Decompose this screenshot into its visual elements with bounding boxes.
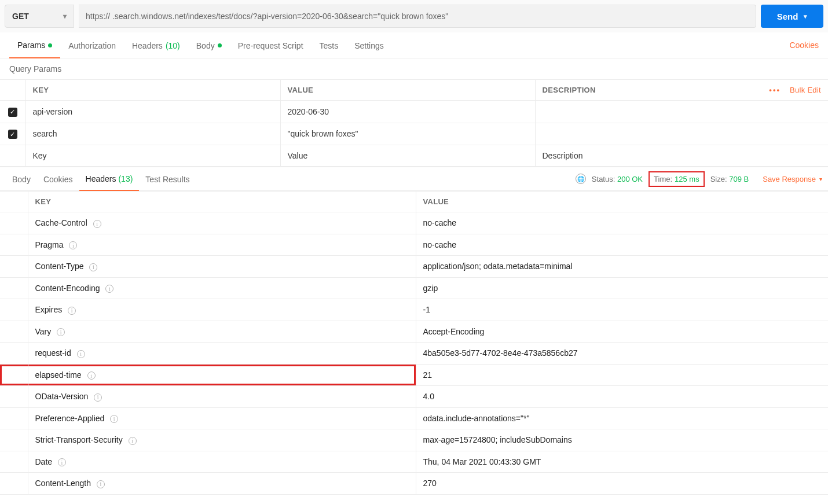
tab-body[interactable]: Body bbox=[188, 33, 230, 58]
info-icon[interactable]: i bbox=[110, 415, 118, 423]
info-icon[interactable]: i bbox=[93, 220, 101, 228]
save-response-button[interactable]: Save Response ▾ bbox=[763, 175, 822, 183]
tab-authorization[interactable]: Authorization bbox=[60, 33, 124, 58]
resp-tab-test-results[interactable]: Test Results bbox=[139, 168, 196, 190]
resp-tab-body-label: Body bbox=[12, 175, 31, 184]
table-row: Expires i-1 bbox=[0, 299, 828, 321]
param-value[interactable]: "quick brown foxes" bbox=[280, 123, 535, 145]
param-value[interactable]: 2020-06-30 bbox=[280, 101, 535, 123]
tab-authorization-label: Authorization bbox=[68, 41, 116, 50]
param-key[interactable]: api-version bbox=[25, 101, 280, 123]
status-group: Status: 200 OK bbox=[592, 175, 643, 183]
cookies-link-label: Cookies bbox=[789, 41, 819, 50]
send-button[interactable]: Send ▾ bbox=[761, 5, 823, 28]
response-meta: 🌐 Status: 200 OK Time: 125 ms Size: 709 … bbox=[576, 171, 822, 187]
param-desc[interactable] bbox=[535, 101, 828, 123]
time-label: Time: bbox=[654, 175, 672, 183]
param-desc-input[interactable]: Description bbox=[535, 145, 828, 167]
http-method-select[interactable]: GET ▾ bbox=[5, 5, 74, 28]
info-icon[interactable]: i bbox=[97, 480, 105, 488]
table-row: Content-Encoding igzip bbox=[0, 277, 828, 299]
tab-tests[interactable]: Tests bbox=[312, 33, 347, 58]
param-value-input[interactable]: Value bbox=[280, 145, 535, 167]
tab-headers[interactable]: Headers (10) bbox=[124, 33, 188, 58]
col-blank-header bbox=[0, 192, 28, 212]
send-button-label: Send bbox=[777, 12, 798, 21]
row-gutter bbox=[0, 429, 28, 451]
info-icon[interactable]: i bbox=[129, 437, 137, 445]
size-group: Size: 709 B bbox=[710, 175, 749, 183]
info-icon[interactable]: i bbox=[89, 263, 97, 271]
resp-tab-test-results-label: Test Results bbox=[145, 175, 189, 184]
col-key-header: KEY bbox=[25, 80, 280, 101]
header-key: Content-Type i bbox=[28, 256, 416, 278]
table-row: Strict-Transport-Security imax-age=15724… bbox=[0, 429, 828, 451]
response-tabs: Body Cookies Headers (13) Test Results 🌐… bbox=[0, 167, 828, 191]
info-icon[interactable]: i bbox=[87, 371, 96, 380]
status-value: 200 OK bbox=[617, 175, 643, 183]
row-gutter bbox=[0, 234, 28, 256]
resp-tab-body[interactable]: Body bbox=[6, 168, 37, 190]
info-icon[interactable]: i bbox=[58, 458, 66, 466]
header-value: 21 bbox=[416, 364, 828, 386]
tab-settings[interactable]: Settings bbox=[346, 33, 392, 58]
tab-params[interactable]: Params bbox=[9, 32, 60, 58]
row-gutter bbox=[0, 451, 28, 473]
info-icon[interactable]: i bbox=[57, 328, 65, 336]
query-params-table: KEY VALUE DESCRIPTION ••• Bulk Edit ✓api… bbox=[0, 79, 828, 167]
table-row-new: KeyValueDescription bbox=[0, 145, 828, 167]
table-row: ✓search"quick brown foxes" bbox=[0, 123, 828, 145]
resp-tab-cookies[interactable]: Cookies bbox=[37, 168, 79, 190]
request-tabs: Params Authorization Headers (10) Body P… bbox=[0, 32, 828, 58]
table-row: Cache-Control ino-cache bbox=[0, 212, 828, 234]
table-row: Preference-Applied iodata.include-annota… bbox=[0, 407, 828, 429]
row-gutter bbox=[0, 407, 28, 429]
url-input[interactable]: https:// .search.windows.net/indexes/tes… bbox=[79, 5, 756, 28]
param-desc[interactable] bbox=[535, 123, 828, 145]
header-value: max-age=15724800; includeSubDomains bbox=[416, 429, 828, 451]
response-headers-table: KEY VALUE Cache-Control ino-cachePragma … bbox=[0, 191, 828, 495]
tab-prerequest-label: Pre-request Script bbox=[238, 41, 303, 50]
http-method-label: GET bbox=[12, 12, 29, 21]
info-icon[interactable]: i bbox=[105, 285, 113, 293]
more-options-icon[interactable]: ••• bbox=[765, 86, 784, 94]
header-value: no-cache bbox=[416, 212, 828, 234]
tab-prerequest[interactable]: Pre-request Script bbox=[230, 33, 312, 58]
info-icon[interactable]: i bbox=[68, 307, 76, 315]
query-params-title: Query Params bbox=[0, 58, 828, 79]
cookies-link[interactable]: Cookies bbox=[789, 32, 819, 58]
header-value: application/json; odata.metadata=minimal bbox=[416, 256, 828, 278]
url-text: https:// .search.windows.net/indexes/tes… bbox=[86, 12, 448, 21]
table-row: elapsed-time i21 bbox=[0, 364, 828, 386]
checkbox[interactable]: ✓ bbox=[8, 130, 17, 139]
header-value: 4ba505e3-5d77-4702-8e4e-473a5856cb27 bbox=[416, 343, 828, 365]
header-key: Preference-Applied i bbox=[28, 407, 416, 429]
checkbox[interactable]: ✓ bbox=[8, 108, 17, 117]
save-response-label: Save Response bbox=[763, 175, 816, 183]
param-key[interactable]: search bbox=[25, 123, 280, 145]
modified-dot-icon bbox=[48, 43, 52, 47]
row-gutter bbox=[0, 256, 28, 278]
info-icon[interactable]: i bbox=[69, 241, 77, 249]
header-value: gzip bbox=[416, 277, 828, 299]
row-gutter bbox=[0, 386, 28, 408]
info-icon[interactable]: i bbox=[94, 393, 102, 402]
row-gutter bbox=[0, 277, 28, 299]
param-key-input[interactable]: Key bbox=[25, 145, 280, 167]
tab-settings-label: Settings bbox=[354, 41, 384, 50]
header-key: elapsed-time i bbox=[28, 364, 416, 386]
resp-tab-headers-label: Headers bbox=[86, 174, 116, 183]
globe-icon[interactable]: 🌐 bbox=[576, 174, 586, 184]
tab-body-label: Body bbox=[196, 41, 215, 50]
chevron-down-icon[interactable]: ▾ bbox=[804, 13, 807, 20]
header-key: OData-Version i bbox=[28, 386, 416, 408]
header-key: Content-Encoding i bbox=[28, 277, 416, 299]
header-key: Content-Length i bbox=[28, 473, 416, 495]
header-key: Cache-Control i bbox=[28, 212, 416, 234]
resp-tab-headers[interactable]: Headers (13) bbox=[79, 167, 140, 191]
header-value: 4.0 bbox=[416, 386, 828, 408]
header-key: Pragma i bbox=[28, 234, 416, 256]
bulk-edit-link[interactable]: Bulk Edit bbox=[790, 86, 821, 94]
table-row: ✓api-version2020-06-30 bbox=[0, 101, 828, 123]
info-icon[interactable]: i bbox=[77, 350, 85, 358]
